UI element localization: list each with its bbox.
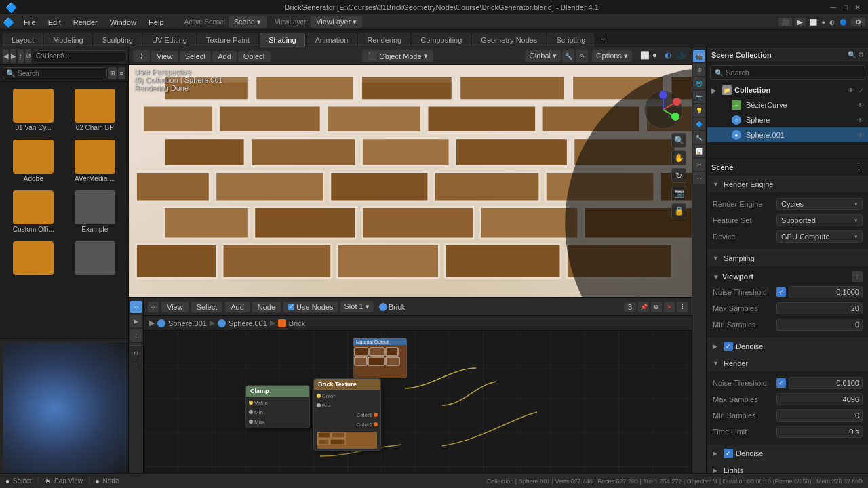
prop-tab-output[interactable]: ⚙ <box>693 64 705 76</box>
view-toggle-button[interactable]: ⊞ <box>108 67 117 79</box>
menu-help[interactable]: Help <box>143 17 170 28</box>
forward-button[interactable]: ▶ <box>10 49 16 63</box>
node-add-menu[interactable]: Add <box>225 302 250 312</box>
sampling-header[interactable]: ▼ Sampling <box>707 250 868 266</box>
prop-tab-object[interactable]: 🔷 <box>693 118 705 130</box>
render-button[interactable]: ▶ <box>795 18 806 26</box>
feature-dropdown[interactable]: Supported <box>776 214 863 226</box>
object-menu[interactable]: Object <box>238 51 271 62</box>
render-noise-value[interactable]: 0.0100 <box>789 377 863 389</box>
asset-item[interactable]: Custom Offi... <box>4 188 63 236</box>
input-dot-color1[interactable] <box>374 413 378 417</box>
render-noise-checkbox[interactable] <box>776 378 786 388</box>
tab-shading[interactable]: Shading <box>260 33 304 47</box>
select-menu[interactable]: Select <box>180 51 212 62</box>
breadcrumb-item-brick[interactable]: Brick <box>278 319 305 327</box>
delete-button[interactable]: ✕ <box>664 302 675 312</box>
filter-button[interactable]: ≡ <box>118 67 126 79</box>
asset-item[interactable]: 01 Van Cy... <box>4 86 63 134</box>
expand-viewport[interactable]: ▼ <box>713 273 719 281</box>
solid-btn[interactable]: ● <box>652 51 663 62</box>
global-transform-btn[interactable]: Global ▾ <box>525 50 561 62</box>
input-dot-color2[interactable] <box>374 422 378 426</box>
prop-tab-physics[interactable]: ✂ <box>693 159 705 171</box>
prop-tab-scene[interactable]: 📷 <box>693 91 705 103</box>
min-value[interactable]: 0 <box>776 319 863 331</box>
node-count[interactable]: 3 <box>624 302 636 312</box>
menu-window[interactable]: Window <box>104 17 142 28</box>
noise-value[interactable]: 0.1000 <box>789 286 863 298</box>
outliner-options-btn[interactable]: ⚙ <box>858 51 864 58</box>
view-menu[interactable]: View <box>151 51 178 62</box>
outliner-search-input[interactable] <box>726 68 861 77</box>
output-dot-fac[interactable] <box>317 403 321 407</box>
outliner-search[interactable]: 🔍 <box>710 65 865 80</box>
zoom-in-button[interactable]: 🔍 <box>671 133 686 148</box>
tab-texturepaint[interactable]: Texture Paint <box>197 33 258 47</box>
rendered-btn[interactable]: ◐ <box>665 51 675 62</box>
prop-tab-modifier[interactable]: 🔧 <box>693 131 705 144</box>
snap-button[interactable]: 🔧 <box>562 50 574 62</box>
close-button[interactable]: ✕ <box>853 3 863 12</box>
lights-header[interactable]: ▶ Lights <box>707 462 868 473</box>
copy-button[interactable]: ⊕ <box>651 302 662 312</box>
add-workspace-button[interactable]: + <box>595 30 612 47</box>
engine-dropdown[interactable]: Cycles <box>776 198 863 210</box>
outliner-item-collection[interactable]: ▶ 📁 Collection 👁 ✓ <box>707 83 868 98</box>
max-value[interactable]: 20 <box>776 302 863 314</box>
denoise2-checkbox[interactable] <box>724 449 733 458</box>
render-section-header[interactable]: ▼ Render Engine <box>707 176 868 192</box>
tab-modeling[interactable]: Modeling <box>44 33 92 47</box>
asset-item[interactable]: AVerMedia ... <box>66 137 125 185</box>
render-max-value[interactable]: 4096 <box>776 393 863 405</box>
input-dot[interactable] <box>249 420 253 424</box>
slot-dropdown[interactable]: Slot 1 ▾ <box>340 301 374 312</box>
node-tool-2[interactable]: ▶ <box>130 315 142 327</box>
render-min-value[interactable]: 0 <box>776 409 863 422</box>
node-tool-active[interactable]: ⊹ <box>130 301 142 313</box>
outliner-item-sphere001[interactable]: ● Sphere.001 👁 <box>707 127 868 142</box>
breadcrumb-item-sphere001-2[interactable]: Sphere.001 <box>218 319 267 327</box>
editor-type-button[interactable]: ⊹ <box>133 50 150 62</box>
breadcrumb-separator[interactable]: ▶ <box>149 319 155 327</box>
asset-search-bar[interactable]: 🔍 <box>3 67 107 79</box>
sphere-visibility[interactable]: 👁 <box>857 117 864 124</box>
outliner-item-sphere[interactable]: ○ Sphere 👁 <box>707 113 868 127</box>
device-dropdown[interactable]: GPU Compute <box>776 230 863 243</box>
node-node-menu[interactable]: Node <box>252 302 281 312</box>
add-menu[interactable]: Add <box>212 51 237 62</box>
render-section-2-header[interactable]: ▼ Render <box>707 355 868 371</box>
editor-type-node[interactable]: ⊹ <box>148 302 159 312</box>
proportional-edit-button[interactable]: ⊙ <box>576 50 588 62</box>
navigation-gizmo[interactable]: X Y Z <box>643 89 684 130</box>
back-button[interactable]: ◀ <box>3 49 9 63</box>
settings-btn[interactable]: ⚙ <box>851 18 865 26</box>
asset-item[interactable] <box>4 239 63 279</box>
tab-sculpting[interactable]: Sculpting <box>94 33 142 47</box>
input-dot[interactable] <box>249 410 253 414</box>
prop-tab-render[interactable]: 🎬 <box>693 50 705 62</box>
tab-scripting[interactable]: Scripting <box>547 33 594 47</box>
tab-uvediting[interactable]: UV Editing <box>143 33 196 47</box>
refresh-button[interactable]: ↺ <box>25 49 31 63</box>
camera-tool[interactable]: 📷 <box>671 186 686 201</box>
viewport-more[interactable]: ⋮ <box>852 271 863 282</box>
menu-edit[interactable]: Edit <box>43 17 66 28</box>
tab-animation[interactable]: Animation <box>307 33 357 47</box>
node-tool-3[interactable]: ↕ <box>130 329 142 342</box>
exclude-icon[interactable]: ✓ <box>859 87 864 94</box>
tab-compositing[interactable]: Compositing <box>412 33 471 47</box>
beziercurve-visibility[interactable]: 👁 <box>857 102 864 109</box>
asset-item[interactable]: Example <box>66 188 125 236</box>
outliner-item-beziercurve[interactable]: ~ BézierCurve 👁 <box>707 98 868 113</box>
side-panel-toggle[interactable]: N <box>133 349 140 358</box>
node-canvas[interactable]: Material Output <box>144 331 692 473</box>
wireframe-btn[interactable]: ⬜ <box>640 51 651 62</box>
prop-tab-view[interactable]: 🌐 <box>693 77 705 89</box>
denoise-checkbox[interactable] <box>724 342 733 351</box>
time-limit-value[interactable]: 0 s <box>776 426 863 438</box>
tab-geometry-nodes[interactable]: Geometry Nodes <box>472 33 546 47</box>
more-options[interactable]: ⋮ <box>677 302 688 312</box>
pan-tool[interactable]: ✋ <box>671 150 686 165</box>
engine-icon[interactable]: 🎥 <box>778 18 792 26</box>
